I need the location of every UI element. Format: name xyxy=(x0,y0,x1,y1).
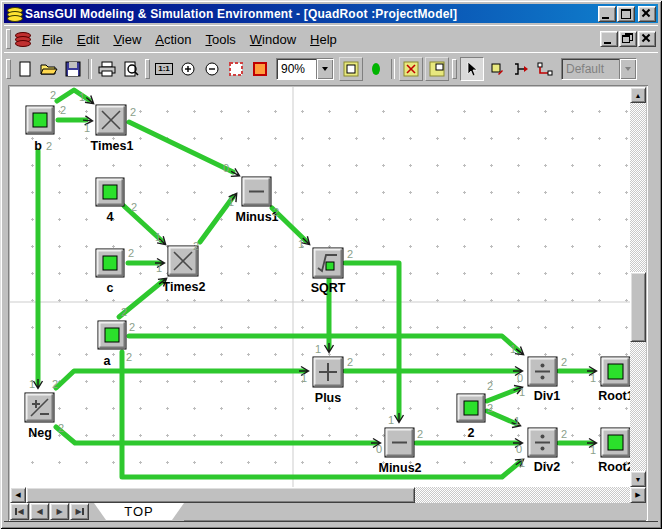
node-Div2[interactable]: Div2 xyxy=(528,428,560,474)
close-button[interactable] xyxy=(638,6,656,22)
scroll-down-button[interactable]: ▼ xyxy=(630,471,646,487)
tab-last-button[interactable]: ▶ xyxy=(70,503,89,520)
zoom-combo-arrow[interactable] xyxy=(316,59,333,79)
port-label: 1 xyxy=(315,343,321,355)
wire-a-div1[interactable] xyxy=(129,336,519,351)
toolbar-gripper-3[interactable] xyxy=(452,59,457,79)
node-Root2[interactable]: Root2 xyxy=(598,428,630,474)
menu-item-help[interactable]: Help xyxy=(303,30,344,49)
zoom-selection-icon xyxy=(252,61,268,77)
scroll-up-button[interactable]: ▲ xyxy=(630,87,646,103)
tab-top[interactable]: TOP xyxy=(94,503,184,520)
zoom-in-button[interactable] xyxy=(177,58,199,80)
show-all-button[interactable] xyxy=(399,57,423,81)
child-minimize-button[interactable] xyxy=(600,31,618,47)
floppy-disk-icon xyxy=(65,61,81,77)
menu-item-action[interactable]: Action xyxy=(148,30,198,49)
tab-next-button[interactable]: ▶ xyxy=(50,503,69,520)
node-label-SQRT: SQRT xyxy=(311,281,346,295)
menu-gripper[interactable] xyxy=(6,29,11,49)
new-document-icon xyxy=(17,61,33,77)
document-logo-icon[interactable] xyxy=(15,32,31,46)
save-button[interactable] xyxy=(62,58,84,80)
menu-item-tools[interactable]: Tools xyxy=(198,30,242,49)
port-label: 1 xyxy=(514,415,520,427)
new-view-button[interactable] xyxy=(425,57,449,81)
wire-neg-plus[interactable] xyxy=(56,371,304,388)
menu-item-view[interactable]: View xyxy=(106,30,148,49)
node-n4[interactable]: 4 xyxy=(96,178,124,224)
node-Plus[interactable]: Plus xyxy=(313,357,343,405)
actual-size-button[interactable]: 1:1 xyxy=(153,58,175,80)
minimize-button[interactable] xyxy=(598,6,616,22)
port-label: 2 xyxy=(487,380,493,392)
child-minimize-icon xyxy=(604,42,611,44)
port-label: 2 xyxy=(561,428,567,440)
node-two[interactable]: 2 xyxy=(457,394,485,440)
menu-item-file[interactable]: File xyxy=(35,30,70,49)
open-button[interactable] xyxy=(38,58,60,80)
child-close-button[interactable] xyxy=(638,31,656,47)
child-restore-button[interactable] xyxy=(619,31,637,47)
model-canvas[interactable]: bTimes14Minus1cTimes2SQRTaPlusNeg2Minus2… xyxy=(10,87,630,487)
node-Times2[interactable]: Times2 xyxy=(163,246,206,294)
pointer-arrow-icon xyxy=(465,61,479,77)
port-label: 2 xyxy=(50,89,56,101)
fit-window-button[interactable] xyxy=(339,57,363,81)
menu-bar: FileEditViewActionToolsWindowHelp xyxy=(4,25,658,53)
zoom-selection-button[interactable] xyxy=(249,58,271,80)
scroll-left-button[interactable]: ◀ xyxy=(10,487,26,503)
bar-icon xyxy=(82,508,84,515)
wire-times1-minus1[interactable] xyxy=(129,122,233,172)
create-object-button[interactable] xyxy=(486,58,508,80)
zoom-out-button[interactable] xyxy=(201,58,223,80)
menu-item-edit[interactable]: Edit xyxy=(70,30,106,49)
wire-neg-minus2[interactable] xyxy=(56,427,376,443)
create-object-icon xyxy=(489,61,505,77)
tab-prev-button[interactable]: ◀ xyxy=(30,503,49,520)
toolbar-gripper-2[interactable] xyxy=(145,59,150,79)
port-label: 1 xyxy=(228,196,234,208)
create-link-button[interactable] xyxy=(510,58,532,80)
port-label: 1 xyxy=(519,457,525,469)
menu-item-window[interactable]: Window xyxy=(243,30,303,49)
node-label-Div1: Div1 xyxy=(534,389,560,403)
node-Div1[interactable]: Div1 xyxy=(528,357,560,403)
window-bottom-border xyxy=(4,521,658,526)
tab-first-button[interactable]: ◀ xyxy=(10,503,29,520)
zoom-level-combo[interactable]: 90% xyxy=(276,58,334,80)
port-label: 2 xyxy=(193,240,199,252)
arrowhead-sqrt-minus2 xyxy=(395,413,404,423)
create-connector-button[interactable] xyxy=(534,58,556,80)
port-label: 1 xyxy=(155,231,161,243)
vertical-scrollbar[interactable]: ▲ ▼ xyxy=(630,87,646,487)
toolbar: 1:1 90% xyxy=(4,52,658,84)
horizontal-scrollbar[interactable]: ◀ ▶ xyxy=(10,487,646,503)
one-to-one-icon: 1:1 xyxy=(155,63,173,75)
node-SQRT[interactable]: SQRT xyxy=(311,248,346,295)
node-Root1[interactable]: Root1 xyxy=(598,357,630,403)
zoom-window-button[interactable] xyxy=(225,58,247,80)
port-label: 2 xyxy=(121,306,127,318)
wire-sqrt-minus2[interactable] xyxy=(345,263,399,418)
child-close-icon xyxy=(642,34,650,42)
node-Times1[interactable]: Times1 xyxy=(91,105,134,153)
port-label: 2 xyxy=(46,140,52,152)
maximize-button[interactable] xyxy=(617,6,635,22)
node-label-two: 2 xyxy=(468,426,475,440)
horizontal-scroll-thumb[interactable] xyxy=(26,487,415,503)
node-c[interactable]: c xyxy=(96,249,124,295)
print-preview-button[interactable] xyxy=(120,58,142,80)
scroll-right-button[interactable]: ▶ xyxy=(630,487,646,503)
node-Neg[interactable]: Neg xyxy=(25,393,54,440)
maximize-icon xyxy=(621,9,631,19)
port-label: 1 xyxy=(388,414,394,426)
app-window: SansGUI Modeling & Simulation Environmen… xyxy=(0,0,662,529)
toolbar-gripper-1[interactable] xyxy=(6,59,11,79)
select-pointer-button[interactable] xyxy=(460,57,484,81)
vertical-scroll-thumb[interactable] xyxy=(630,272,646,342)
fit-window-icon xyxy=(343,61,359,77)
node-Minus2[interactable]: Minus2 xyxy=(378,428,421,475)
new-button[interactable] xyxy=(14,58,36,80)
print-button[interactable] xyxy=(96,58,118,80)
